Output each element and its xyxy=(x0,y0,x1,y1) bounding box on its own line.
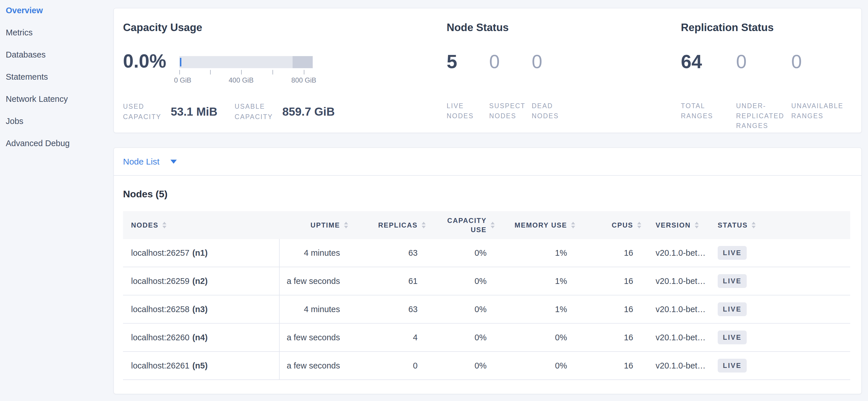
column-label: NODES xyxy=(131,221,158,229)
column-header-replicas[interactable]: REPLICAS xyxy=(354,221,431,230)
axis-tick xyxy=(179,70,180,75)
uptime-cell: 4 minutes xyxy=(280,239,354,267)
node-address: localhost:26259 xyxy=(131,277,189,286)
replication-status-title: Replication Status xyxy=(681,21,852,34)
node-id: (n1) xyxy=(192,248,208,258)
live-nodes-label: LIVE NODES xyxy=(447,101,489,121)
node-status-title: Node Status xyxy=(447,21,681,34)
memory-use-cell: 0% xyxy=(500,352,581,379)
column-header-capacity-use[interactable]: CAPACITYUSE xyxy=(431,216,500,234)
capacity-gauge: 0.0% 0 GiB xyxy=(123,52,447,84)
column-label: VERSION xyxy=(656,221,691,229)
sidebar-item-databases[interactable]: Databases xyxy=(6,51,114,59)
node-name-cell[interactable]: localhost:26257(n1) xyxy=(123,239,280,267)
total-ranges-label: TOTAL RANGES xyxy=(681,101,736,121)
sidebar-item-metrics[interactable]: Metrics xyxy=(6,28,114,37)
column-header-uptime[interactable]: UPTIME xyxy=(280,221,354,230)
table-row-n1: localhost:26257(n1) 4 minutes 63 0% 1% 1… xyxy=(123,239,850,267)
under-replicated-value: 0 xyxy=(736,52,791,71)
version-cell: v20.1.0-bet… xyxy=(647,295,710,323)
sidebar-item-network-latency[interactable]: Network Latency xyxy=(6,95,114,103)
under-replicated-stat: 0 UNDER-REPLICATED RANGES xyxy=(736,52,791,131)
node-id: (n2) xyxy=(192,277,208,286)
capacity-usage-section: Capacity Usage 0.0% xyxy=(123,8,447,133)
node-id: (n5) xyxy=(192,361,208,371)
live-nodes-stat: 5 LIVE NODES xyxy=(447,52,489,121)
cpus-cell: 16 xyxy=(581,239,647,267)
column-label: UPTIME xyxy=(310,221,340,229)
column-header-status[interactable]: STATUS xyxy=(710,221,850,230)
sort-icon xyxy=(637,222,641,228)
node-name-cell[interactable]: localhost:26258(n3) xyxy=(123,295,280,323)
capacity-stats: USED CAPACITY 53.1 MiB USABLE CAPACITY 8… xyxy=(123,102,447,122)
column-label: CAPACITY xyxy=(447,217,487,224)
column-label-line2: USE xyxy=(471,226,487,234)
cpus-cell: 16 xyxy=(581,295,647,323)
uptime-cell: a few seconds xyxy=(280,324,354,351)
sort-icon xyxy=(491,222,495,228)
node-status-section: Node Status 5 LIVE NODES 0 SUSPECT NODES… xyxy=(447,8,681,133)
replicas-cell: 0 xyxy=(354,352,431,379)
status-badge: LIVE xyxy=(718,331,747,344)
capacity-axis: 0 GiB 400 GiB 800 GiB xyxy=(179,68,313,84)
sort-icon xyxy=(162,222,166,228)
node-list-dropdown[interactable]: Node List xyxy=(114,148,861,176)
table-header-row: NODES UPTIME REPLICAS CAPACITYUSE xyxy=(123,211,850,239)
node-address: localhost:26261 xyxy=(131,361,189,371)
capacity-use-cell: 0% xyxy=(431,352,500,379)
used-capacity-label: USED CAPACITY xyxy=(123,102,167,122)
capacity-percent: 0.0% xyxy=(123,52,179,84)
node-list-card: Node List Nodes (5) NODES UPTIME xyxy=(114,148,862,394)
cpus-cell: 16 xyxy=(581,352,647,379)
status-badge: LIVE xyxy=(718,302,747,316)
capacity-bar-used-marker xyxy=(180,58,181,66)
column-label: CPUS xyxy=(612,221,633,229)
uptime-cell: 4 minutes xyxy=(280,295,354,323)
sidebar-item-statements[interactable]: Statements xyxy=(6,73,114,81)
sidebar-item-advanced-debug[interactable]: Advanced Debug xyxy=(6,139,114,148)
status-cell: LIVE xyxy=(710,239,850,267)
table-row-n5: localhost:26261(n5) a few seconds 0 0% 0… xyxy=(123,352,850,380)
unavailable-ranges-value: 0 xyxy=(791,52,846,71)
capacity-use-cell: 0% xyxy=(431,267,500,295)
memory-use-cell: 1% xyxy=(500,239,581,267)
node-id: (n3) xyxy=(192,305,208,314)
under-replicated-label: UNDER-REPLICATED RANGES xyxy=(736,101,791,131)
status-badge: LIVE xyxy=(718,246,747,260)
replicas-cell: 61 xyxy=(354,267,431,295)
capacity-use-cell: 0% xyxy=(431,324,500,351)
sidebar-item-jobs[interactable]: Jobs xyxy=(6,117,114,125)
capacity-bar: 0 GiB 400 GiB 800 GiB xyxy=(179,56,313,84)
column-header-nodes[interactable]: NODES xyxy=(123,221,280,230)
uptime-cell: a few seconds xyxy=(280,267,354,295)
axis-label-0: 0 GiB xyxy=(174,76,191,84)
node-name-cell[interactable]: localhost:26260(n4) xyxy=(123,324,280,351)
axis-label-800: 800 GiB xyxy=(291,76,316,84)
used-capacity-value: 53.1 MiB xyxy=(171,105,217,118)
chevron-down-icon xyxy=(170,160,177,164)
table-row-n2: localhost:26259(n2) a few seconds 61 0% … xyxy=(123,267,850,295)
status-badge: LIVE xyxy=(718,359,747,373)
column-header-memory-use[interactable]: MEMORY USE xyxy=(500,221,581,230)
node-status-stats: 5 LIVE NODES 0 SUSPECT NODES 0 DEAD NODE… xyxy=(447,52,681,121)
page: Overview Metrics Databases Statements Ne… xyxy=(0,0,868,401)
node-address: localhost:26257 xyxy=(131,248,189,258)
column-header-version[interactable]: VERSION xyxy=(647,221,710,230)
capacity-use-cell: 0% xyxy=(431,239,500,267)
capacity-usage-title: Capacity Usage xyxy=(123,21,447,34)
axis-tick xyxy=(273,70,273,75)
axis-tick xyxy=(210,70,211,75)
replicas-cell: 4 xyxy=(354,324,431,351)
node-id: (n4) xyxy=(192,333,208,342)
axis-tick xyxy=(304,70,304,75)
capacity-bar-track xyxy=(179,56,313,68)
memory-use-cell: 1% xyxy=(500,267,581,295)
sidebar-item-overview[interactable]: Overview xyxy=(6,6,114,15)
main-content: Capacity Usage 0.0% xyxy=(114,0,868,401)
node-name-cell[interactable]: localhost:26261(n5) xyxy=(123,352,280,379)
sort-icon xyxy=(695,222,699,228)
node-name-cell[interactable]: localhost:26259(n2) xyxy=(123,267,280,295)
nodes-count-title: Nodes (5) xyxy=(123,189,852,200)
column-header-cpus[interactable]: CPUS xyxy=(581,221,647,230)
table-row-n3: localhost:26258(n3) 4 minutes 63 0% 1% 1… xyxy=(123,295,850,324)
